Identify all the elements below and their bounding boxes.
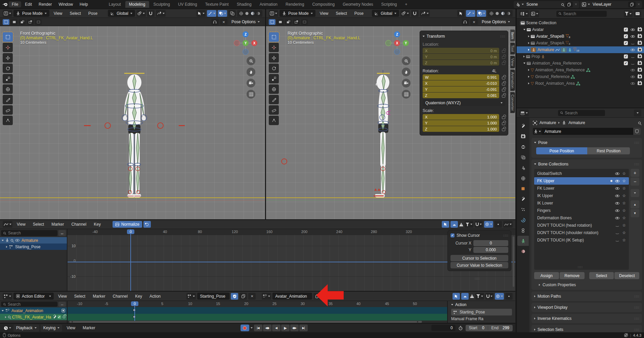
menu-render[interactable]: Render: [36, 1, 55, 7]
bone-collection-row[interactable]: DON'T TOUCH (IK Setup): [534, 236, 629, 244]
bone-collection-row[interactable]: DON'T TOUCH (shoulder rotation): [534, 229, 629, 236]
tab-constraints[interactable]: [517, 225, 529, 235]
pivot-point-dropdown[interactable]: [505, 293, 513, 300]
view-menu[interactable]: View: [317, 10, 332, 16]
expand-icon[interactable]: [534, 306, 535, 308]
perspective-toggle-icon[interactable]: [402, 90, 411, 99]
key-menu[interactable]: Key: [132, 293, 145, 299]
start-frame-field[interactable]: Start0: [466, 326, 488, 330]
expand-icon[interactable]: [539, 284, 540, 286]
workspace-tab-texture-paint[interactable]: Texture Paint: [202, 1, 232, 8]
show-overlays-button[interactable]: [218, 10, 227, 17]
tab-modifiers[interactable]: [517, 194, 529, 204]
panel-grip[interactable]: [634, 328, 639, 332]
filter-dropdown[interactable]: [465, 221, 473, 228]
tool-measure[interactable]: [269, 105, 279, 115]
camera-icon[interactable]: [638, 55, 642, 58]
tool-transform[interactable]: [269, 84, 279, 94]
snap-toggle-button[interactable]: [411, 10, 419, 17]
tab-object-data[interactable]: [517, 236, 529, 246]
bone-collection-row[interactable]: IK Lower: [534, 199, 629, 207]
summary-track[interactable]: [68, 307, 447, 314]
pan-hand-icon[interactable]: [402, 68, 411, 76]
expand-icon[interactable]: [523, 63, 525, 64]
editor-mode-dropdown[interactable]: Action Editor: [13, 293, 54, 300]
camera-icon[interactable]: [638, 35, 642, 38]
pose-menu[interactable]: Pose: [351, 10, 367, 16]
new-view-layer-button[interactable]: [628, 2, 636, 7]
xray-toggle-button[interactable]: [228, 10, 236, 17]
tab-scene[interactable]: [517, 163, 529, 173]
filter-dropdown[interactable]: [624, 10, 633, 17]
pose-target-left[interactable]: [104, 122, 111, 129]
eye-icon[interactable]: [630, 68, 635, 72]
end-frame-field[interactable]: End299: [488, 326, 513, 330]
view-menu[interactable]: View: [63, 325, 78, 331]
show-selectable-button[interactable]: [197, 10, 206, 17]
tool-rotate[interactable]: [269, 64, 279, 73]
workspace-tab-scripting[interactable]: Scripting: [378, 1, 401, 8]
lock-icon[interactable]: [502, 50, 505, 53]
solo-star-icon[interactable]: [622, 223, 626, 227]
bone-collection-row[interactable]: FK Lower: [534, 185, 629, 192]
select-button[interactable]: Select: [589, 272, 614, 279]
tool-scale[interactable]: [269, 74, 279, 83]
channel-bone-group[interactable]: CTRL_FK_Avatar_Ha: [0, 314, 67, 320]
workspace-tab-modeling[interactable]: Modeling: [125, 1, 149, 8]
expand-icon[interactable]: [528, 76, 529, 78]
play-button[interactable]: ▶: [281, 325, 290, 331]
specials-dropdown[interactable]: [631, 189, 639, 197]
tool-breakdowner[interactable]: [269, 116, 279, 125]
view-layer-selector[interactable]: ViewLayer: [580, 1, 642, 8]
camera-view-icon[interactable]: [402, 79, 411, 87]
dope-ruler[interactable]: -10 -5 5 10 15 20 25 30 35 40 45 50: [68, 301, 447, 307]
camera-icon[interactable]: [638, 48, 642, 51]
lock-icon[interactable]: [502, 116, 505, 119]
axis-y-negative[interactable]: [385, 40, 391, 46]
breadcrumb-data[interactable]: Armature: [568, 120, 585, 125]
eye-icon[interactable]: [630, 34, 635, 39]
menu-window[interactable]: Window: [55, 1, 76, 7]
properties-search[interactable]: [558, 110, 605, 116]
menu-edit[interactable]: Edit: [22, 1, 35, 7]
expand-icon[interactable]: [534, 329, 535, 331]
exclude-checkbox[interactable]: [624, 61, 628, 65]
location-z-field[interactable]: Z0 m: [423, 60, 499, 66]
editor-type-button[interactable]: [3, 221, 12, 228]
cursor-value-to-selection-button[interactable]: Cursor Value to Selection: [450, 262, 508, 268]
pose-position-button[interactable]: Pose Position: [536, 147, 587, 154]
tool-move[interactable]: [269, 53, 279, 63]
auto-keying-record-button[interactable]: [241, 325, 249, 331]
tool-cursor[interactable]: [3, 43, 13, 52]
zoom-icon[interactable]: [402, 57, 411, 65]
tab-tool[interactable]: [517, 121, 529, 131]
select-menu[interactable]: Select: [71, 293, 88, 299]
outliner-row-scene-collection[interactable]: Scene Collection: [517, 20, 644, 26]
solo-star-icon[interactable]: [622, 231, 626, 235]
keying-dropdown[interactable]: Keying: [41, 325, 62, 332]
playback-dropdown[interactable]: Playback: [13, 325, 39, 332]
play-reverse-button[interactable]: ◀: [272, 325, 281, 331]
perspective-toggle-icon[interactable]: [247, 90, 255, 99]
normalize-auto-refresh[interactable]: [143, 221, 151, 228]
expand-icon[interactable]: [528, 82, 529, 84]
axis-y-center[interactable]: Y: [243, 40, 249, 46]
outliner-row-prop[interactable]: Prop: [517, 53, 644, 60]
panel-grip[interactable]: [634, 141, 639, 145]
expand-icon[interactable]: [528, 69, 529, 71]
scene-selector[interactable]: Scene: [514, 1, 579, 8]
menu-file[interactable]: File: [9, 1, 21, 7]
tab-particles[interactable]: [517, 204, 529, 215]
cursor-to-selection-button[interactable]: Cursor to Selection: [450, 255, 508, 261]
add-collection-button[interactable]: +: [631, 169, 639, 177]
pose-menu[interactable]: Pose: [85, 10, 100, 16]
slot-name-field[interactable]: Avatar_Animation: [272, 293, 312, 300]
bone-collection-row-selected[interactable]: FK Upper: [534, 177, 629, 185]
fcurve-smoothing-dropdown[interactable]: [503, 221, 513, 228]
channel-enable-checkbox[interactable]: [57, 315, 61, 319]
eye-icon[interactable]: [615, 186, 620, 191]
jump-to-end-button[interactable]: ▶|: [299, 325, 308, 331]
outliner-row-animation-area-collection[interactable]: Animation_Area_Reference: [517, 60, 644, 67]
new-scene-button[interactable]: [565, 2, 573, 7]
tool-select-box[interactable]: [3, 32, 13, 42]
